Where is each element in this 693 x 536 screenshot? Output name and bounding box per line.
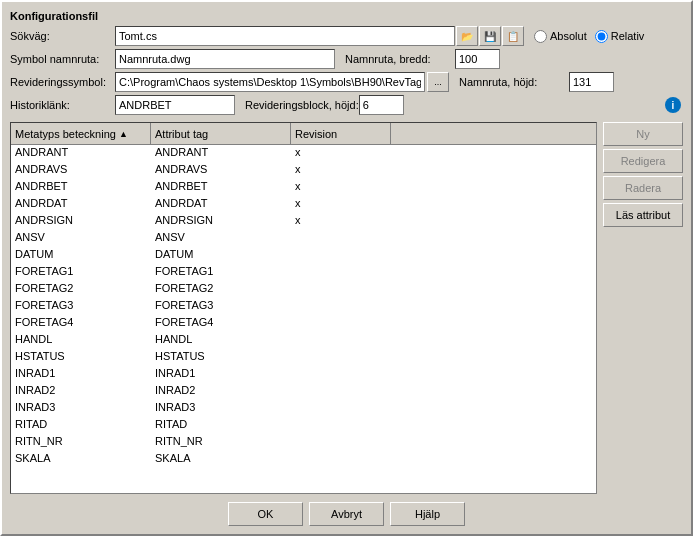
- sort-arrow-metatyp: ▲: [119, 129, 128, 139]
- historik-input[interactable]: [115, 95, 235, 115]
- sokvag-input[interactable]: [115, 26, 455, 46]
- save-icon-btn[interactable]: 💾: [479, 26, 501, 46]
- table-row[interactable]: FORETAG3 FORETAG3: [11, 298, 596, 315]
- td-rest: [391, 400, 596, 417]
- td-revision: [291, 264, 391, 281]
- td-attribut: HSTATUS: [151, 349, 291, 366]
- relativ-label: Relativ: [611, 30, 645, 42]
- td-rest: [391, 451, 596, 468]
- table-row[interactable]: FORETAG2 FORETAG2: [11, 281, 596, 298]
- td-revision: [291, 247, 391, 264]
- table-row[interactable]: HANDL HANDL: [11, 332, 596, 349]
- table-area: Metatyps beteckning ▲ Attribut tag Revis…: [10, 122, 683, 494]
- table-row[interactable]: INRAD2 INRAD2: [11, 383, 596, 400]
- namnruta-hojd-label: Namnruta, höjd:: [459, 76, 569, 88]
- las-attribut-button[interactable]: Läs attribut: [603, 203, 683, 227]
- td-rest: [391, 332, 596, 349]
- table-body[interactable]: ANDRANT ANDRANT x ANDRAVS ANDRAVS x ANDR…: [11, 145, 596, 493]
- revideringssymbol-input[interactable]: [115, 72, 425, 92]
- td-revision: x: [291, 213, 391, 230]
- td-revision: [291, 451, 391, 468]
- table-row[interactable]: ANDRSIGN ANDRSIGN x: [11, 213, 596, 230]
- td-attribut: ANDRAVS: [151, 162, 291, 179]
- ny-button[interactable]: Ny: [603, 122, 683, 146]
- td-metatyp: ANDRANT: [11, 145, 151, 162]
- table-row[interactable]: ANDRAVS ANDRAVS x: [11, 162, 596, 179]
- table-row[interactable]: INRAD3 INRAD3: [11, 400, 596, 417]
- td-revision: x: [291, 162, 391, 179]
- namnruta-hojd-input[interactable]: [569, 72, 614, 92]
- relativ-radio[interactable]: [595, 30, 608, 43]
- td-metatyp: ANSV: [11, 230, 151, 247]
- td-metatyp: INRAD2: [11, 383, 151, 400]
- folder-icon-btn[interactable]: 📂: [456, 26, 478, 46]
- td-attribut: INRAD3: [151, 400, 291, 417]
- sokvag-label: Sökväg:: [10, 30, 115, 42]
- td-metatyp: DATUM: [11, 247, 151, 264]
- bottom-bar: OK Avbryt Hjälp: [6, 496, 687, 530]
- table-row[interactable]: RITAD RITAD: [11, 417, 596, 434]
- td-metatyp: ANDRAVS: [11, 162, 151, 179]
- td-rest: [391, 213, 596, 230]
- symbol-label: Symbol namnruta:: [10, 53, 115, 65]
- table-row[interactable]: DATUM DATUM: [11, 247, 596, 264]
- td-metatyp: RITN_NR: [11, 434, 151, 451]
- col-metatyp[interactable]: Metatyps beteckning ▲: [11, 123, 151, 144]
- td-rest: [391, 247, 596, 264]
- col-revision[interactable]: Revision: [291, 123, 391, 144]
- revideringsblock-hojd-input[interactable]: [359, 95, 404, 115]
- td-rest: [391, 162, 596, 179]
- td-metatyp: HSTATUS: [11, 349, 151, 366]
- symbol-row: Symbol namnruta: Namnruta, bredd:: [10, 49, 683, 69]
- td-rest: [391, 264, 596, 281]
- symbol-input[interactable]: [115, 49, 335, 69]
- td-metatyp: FORETAG4: [11, 315, 151, 332]
- revideringssymbol-browse-btn[interactable]: ...: [427, 72, 449, 92]
- td-revision: x: [291, 196, 391, 213]
- td-rest: [391, 145, 596, 162]
- revideringsblock-hojd-label: Revideringsblock, höjd:: [245, 99, 359, 111]
- td-attribut: FORETAG4: [151, 315, 291, 332]
- table-row[interactable]: HSTATUS HSTATUS: [11, 349, 596, 366]
- col-rest: [391, 123, 596, 144]
- td-metatyp: ANDRSIGN: [11, 213, 151, 230]
- table-row[interactable]: ANDRBET ANDRBET x: [11, 179, 596, 196]
- td-metatyp: INRAD3: [11, 400, 151, 417]
- attribute-table: Metatyps beteckning ▲ Attribut tag Revis…: [10, 122, 597, 494]
- namnruta-bredd-input[interactable]: [455, 49, 500, 69]
- td-attribut: FORETAG1: [151, 264, 291, 281]
- historik-row: Historiklänk: Revideringsblock, höjd: i: [10, 95, 683, 115]
- td-attribut: FORETAG3: [151, 298, 291, 315]
- copy-icon-btn[interactable]: 📋: [502, 26, 524, 46]
- td-metatyp: ANDRBET: [11, 179, 151, 196]
- table-row[interactable]: ANSV ANSV: [11, 230, 596, 247]
- td-revision: [291, 349, 391, 366]
- table-row[interactable]: FORETAG1 FORETAG1: [11, 264, 596, 281]
- dialog-title: Konfigurationsfil: [10, 10, 683, 22]
- td-revision: [291, 281, 391, 298]
- table-row[interactable]: FORETAG4 FORETAG4: [11, 315, 596, 332]
- table-row[interactable]: ANDRANT ANDRANT x: [11, 145, 596, 162]
- td-rest: [391, 230, 596, 247]
- td-revision: [291, 383, 391, 400]
- td-rest: [391, 196, 596, 213]
- td-metatyp: INRAD1: [11, 366, 151, 383]
- td-attribut: SKALA: [151, 451, 291, 468]
- avbryt-button[interactable]: Avbryt: [309, 502, 384, 526]
- path-type-group: Absolut Relativ: [534, 30, 652, 43]
- revideringssymbol-row: Revideringssymbol: ... Namnruta, höjd:: [10, 72, 683, 92]
- td-rest: [391, 298, 596, 315]
- radera-button[interactable]: Radera: [603, 176, 683, 200]
- sokvag-row: Sökväg: 📂 💾 📋 Absolut Relativ: [10, 26, 683, 46]
- col-attribut[interactable]: Attribut tag: [151, 123, 291, 144]
- hjalp-button[interactable]: Hjälp: [390, 502, 465, 526]
- table-row[interactable]: SKALA SKALA: [11, 451, 596, 468]
- td-rest: [391, 281, 596, 298]
- table-row[interactable]: INRAD1 INRAD1: [11, 366, 596, 383]
- redigera-button[interactable]: Redigera: [603, 149, 683, 173]
- ok-button[interactable]: OK: [228, 502, 303, 526]
- absolut-radio[interactable]: [534, 30, 547, 43]
- table-row[interactable]: ANDRDAT ANDRDAT x: [11, 196, 596, 213]
- table-row[interactable]: RITN_NR RITN_NR: [11, 434, 596, 451]
- info-icon[interactable]: i: [665, 97, 681, 113]
